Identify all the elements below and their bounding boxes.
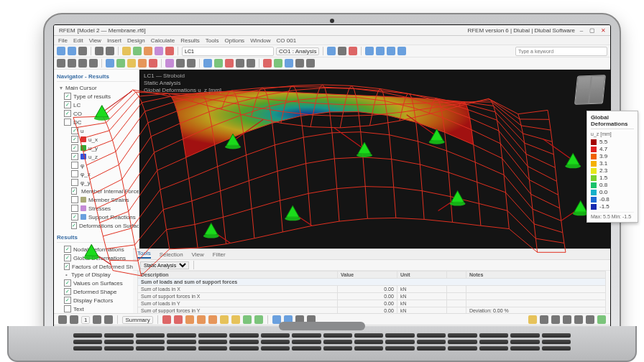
tree-expand[interactable]: ▾Main Cursor xyxy=(57,84,136,92)
run-icon[interactable] xyxy=(327,47,336,55)
vectors-icon[interactable] xyxy=(149,59,157,68)
tree-item[interactable]: Factors of Deformed Shape xyxy=(57,262,136,271)
tree-item[interactable]: Member Internal Forces xyxy=(57,187,136,195)
bt-line2-icon[interactable] xyxy=(174,315,183,324)
view-iso-icon[interactable] xyxy=(365,47,374,55)
tree-item[interactable]: Type of results xyxy=(57,92,136,101)
new-icon[interactable] xyxy=(57,47,65,55)
menu-results[interactable]: Results xyxy=(180,37,200,44)
checkbox-icon[interactable] xyxy=(64,297,71,304)
isolines-icon[interactable] xyxy=(138,59,147,68)
cursor-icon[interactable] xyxy=(57,59,65,68)
bt-arc1-icon[interactable] xyxy=(231,315,240,324)
select-icon[interactable] xyxy=(122,47,131,55)
tree-item[interactable]: DC xyxy=(57,118,136,126)
tree-item[interactable]: Display Factors xyxy=(57,296,136,305)
tree-item[interactable]: CO xyxy=(57,109,136,118)
bt-page[interactable]: 1 xyxy=(81,316,90,324)
view-front-icon[interactable] xyxy=(387,47,395,55)
pan-icon[interactable] xyxy=(68,59,76,68)
bt-prev-icon[interactable] xyxy=(70,315,78,324)
lc-input[interactable] xyxy=(182,47,274,56)
tree-item[interactable]: Stresses xyxy=(57,204,136,213)
undo-icon[interactable] xyxy=(95,47,104,55)
checkbox-icon[interactable] xyxy=(64,279,71,287)
checkbox-icon[interactable] xyxy=(71,153,78,160)
bt-line5-icon[interactable] xyxy=(208,315,217,324)
orbit-icon[interactable] xyxy=(78,59,87,68)
redo-icon[interactable] xyxy=(106,47,114,55)
checkbox-icon[interactable] xyxy=(64,263,70,270)
line-green-icon[interactable] xyxy=(274,59,282,68)
checkbox-icon[interactable] xyxy=(64,101,71,108)
checkbox-icon[interactable] xyxy=(64,288,71,295)
node-icon[interactable] xyxy=(133,47,142,55)
section-icon[interactable] xyxy=(165,59,174,68)
checkbox-icon[interactable] xyxy=(64,119,71,126)
legend-icon[interactable] xyxy=(247,59,255,68)
bt-zoom-win-icon[interactable] xyxy=(551,315,560,324)
maximize-button[interactable]: ▢ xyxy=(588,27,597,34)
contour-icon[interactable] xyxy=(127,59,136,68)
colors-icon[interactable] xyxy=(236,59,244,68)
tree-item[interactable]: Text xyxy=(57,305,136,313)
bt-ok-icon[interactable] xyxy=(597,315,606,324)
open-icon[interactable] xyxy=(68,47,76,55)
table-row[interactable]: Sum of loads in X0.00kN xyxy=(138,286,606,293)
bt-arc3-icon[interactable] xyxy=(254,315,263,324)
tree-item[interactable]: Nodal Deformations xyxy=(57,245,136,254)
bt-next-icon[interactable] xyxy=(93,315,101,324)
checkbox-icon[interactable] xyxy=(71,205,78,212)
panel-dropdown[interactable]: Static Analysis xyxy=(140,261,189,269)
clip-icon[interactable] xyxy=(176,59,185,68)
bt-line4-icon[interactable] xyxy=(197,315,206,324)
tree-item[interactable]: Deformed Shape xyxy=(57,287,136,296)
menu-help[interactable]: CO 001 xyxy=(277,37,297,44)
menu-window[interactable]: Window xyxy=(250,37,270,44)
report-icon[interactable] xyxy=(338,47,346,55)
bt-sun-icon[interactable] xyxy=(528,315,537,324)
table-row[interactable]: Sum of loads in Y0.00kN xyxy=(138,300,606,307)
tab-filter[interactable]: Filter xyxy=(213,251,226,258)
surface-icon[interactable] xyxy=(155,47,163,55)
bt-arc2-icon[interactable] xyxy=(243,315,252,324)
line-blue-icon[interactable] xyxy=(285,59,293,68)
grid-icon[interactable] xyxy=(187,59,196,68)
bt-zoom-fit-icon[interactable] xyxy=(540,315,548,324)
checkbox-icon[interactable] xyxy=(64,93,71,100)
checkbox-icon[interactable] xyxy=(71,136,78,143)
menu-design[interactable]: Design xyxy=(127,37,145,44)
viewcube[interactable] xyxy=(574,75,606,105)
tree-item[interactable]: u xyxy=(57,126,136,135)
bt-first-icon[interactable] xyxy=(58,315,67,324)
tab-selection[interactable]: Selection xyxy=(160,251,183,258)
search-input[interactable] xyxy=(515,47,607,56)
tree-item[interactable]: φ xyxy=(57,161,136,170)
line-red-icon[interactable] xyxy=(263,59,272,68)
checkbox-icon[interactable] xyxy=(64,254,71,261)
tree-item[interactable]: φ_x xyxy=(57,170,136,178)
view-top-icon[interactable] xyxy=(376,47,385,55)
checkbox-icon[interactable] xyxy=(64,305,71,312)
checkbox-icon[interactable] xyxy=(71,187,77,195)
menu-file[interactable]: File xyxy=(58,37,68,44)
view-side-icon[interactable] xyxy=(397,47,406,55)
menu-view[interactable]: View xyxy=(89,37,101,44)
tree-item[interactable]: Global Deformations xyxy=(57,254,136,262)
more2-icon[interactable] xyxy=(306,59,315,68)
zoom-icon[interactable] xyxy=(89,59,98,68)
navigator-tab-results[interactable]: Navigator - Results xyxy=(57,73,136,82)
record-icon[interactable] xyxy=(349,47,357,55)
checkbox-icon[interactable] xyxy=(71,127,78,134)
tab-view[interactable]: View xyxy=(192,251,204,258)
menu-edit[interactable]: Edit xyxy=(73,37,83,44)
bt-line3-icon[interactable] xyxy=(185,315,194,324)
filter-icon[interactable] xyxy=(203,59,212,68)
menu-insert[interactable]: Insert xyxy=(107,37,121,44)
bt-snap-icon[interactable] xyxy=(574,315,583,324)
member-icon[interactable] xyxy=(144,47,152,55)
tab-tools[interactable]: Tools xyxy=(137,250,151,259)
save-icon[interactable] xyxy=(78,47,87,55)
bt-mode[interactable]: Summary xyxy=(122,316,152,324)
tree-item[interactable]: u_x xyxy=(57,135,136,144)
